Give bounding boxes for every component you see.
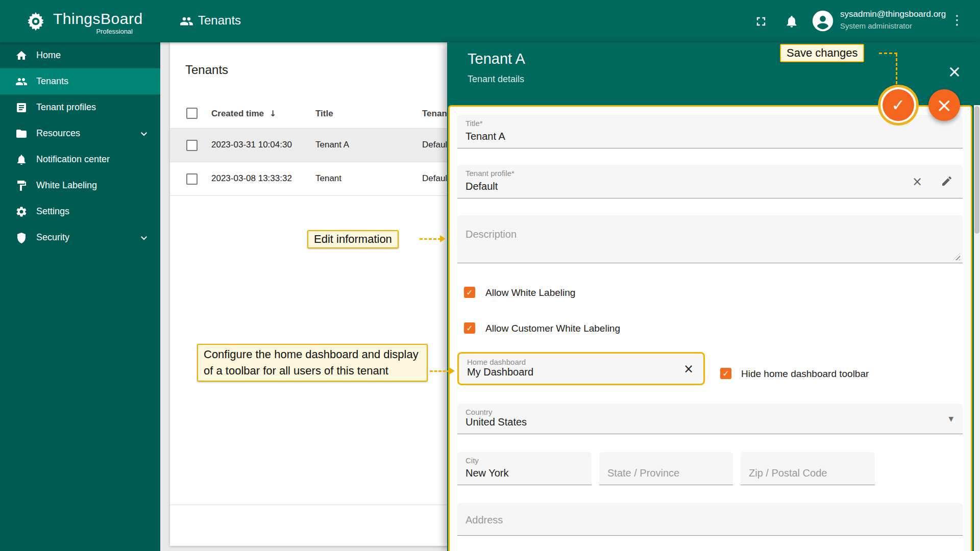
notifications-bell-icon[interactable] [785, 14, 799, 29]
city-field-label: City [465, 456, 479, 465]
brand-name: ThingsBoard [53, 10, 143, 28]
configure-connector [430, 370, 450, 372]
sidebar-item-tenants[interactable]: Tenants [0, 68, 160, 94]
user-avatar[interactable] [812, 10, 834, 32]
city-field-value[interactable]: New York [465, 467, 509, 479]
drawer-subtitle: Tenant details [468, 74, 524, 85]
address-field-placeholder: Address [465, 514, 503, 526]
app-root: ThingsBoard Professional Tenants sysadmi… [0, 0, 980, 551]
save-changes-callout: Save changes [780, 44, 864, 62]
cell-tenant-profile: Default [422, 173, 450, 184]
sort-desc-icon[interactable]: ↓ [270, 109, 276, 118]
resize-handle[interactable] [953, 253, 960, 260]
title-field-value[interactable]: Tenant A [465, 131, 505, 142]
thingsboard-logo-icon [24, 10, 47, 33]
sidebar-item-settings[interactable]: Settings [0, 198, 160, 224]
allow-customer-white-labeling-label[interactable]: Allow Customer White Labeling [485, 323, 620, 334]
table-title: Tenants [185, 63, 228, 77]
hide-home-dashboard-toolbar-checkbox[interactable]: ✓ [720, 368, 731, 379]
state-field[interactable]: State / Province [599, 452, 733, 485]
top-bar: ThingsBoard Professional Tenants sysadmi… [0, 0, 980, 42]
row-checkbox[interactable] [186, 173, 198, 185]
sidebar-item-white-labeling[interactable]: White Labeling [0, 172, 160, 198]
bell-icon [15, 154, 28, 166]
brand-subtitle: Professional [76, 28, 133, 35]
tenant-profile-field-value[interactable]: Default [465, 181, 498, 192]
sidebar-item-home[interactable]: Home [0, 42, 160, 68]
close-icon[interactable]: × [945, 63, 964, 81]
chevron-down-icon [138, 128, 150, 140]
tenant-profile-field[interactable]: Tenant profile* Default × [457, 165, 963, 198]
city-field[interactable]: City New York [457, 452, 592, 485]
sidebar-item-label: Home [36, 50, 61, 61]
drawer-title: Tenant A [468, 51, 525, 67]
home-dashboard-field-label: Home dashboard [467, 358, 526, 366]
save-connector-horizontal [879, 53, 897, 54]
title-field-label: Title* [465, 119, 483, 128]
home-icon [15, 49, 28, 62]
edit-pencil-icon[interactable] [940, 175, 953, 188]
dropdown-caret-icon[interactable]: ▾ [948, 413, 953, 424]
cell-title: Tenant [315, 173, 341, 184]
sidebar-item-resources[interactable]: Resources [0, 120, 160, 146]
scrollbar-thumb[interactable] [974, 106, 979, 234]
save-connector-vertical [896, 54, 897, 84]
user-role: System administrator [840, 21, 912, 30]
cell-tenant-profile: Default [422, 140, 450, 150]
tenant-form-card: Title* Tenant A Tenant profile* Default … [448, 105, 972, 551]
folder-icon [15, 128, 28, 140]
row-checkbox[interactable] [186, 140, 198, 151]
edit-arrowhead [440, 235, 446, 242]
gear-icon [15, 206, 28, 218]
tenant-profiles-icon [15, 102, 28, 114]
sidebar-item-tenant-profiles[interactable]: Tenant profiles [0, 94, 160, 120]
sidebar-item-notification-center[interactable]: Notification center [0, 146, 160, 172]
address-field[interactable]: Address [457, 503, 963, 536]
chevron-down-icon [138, 232, 150, 244]
description-field[interactable]: Description [457, 215, 963, 263]
fullscreen-icon[interactable] [754, 14, 768, 29]
column-header-title[interactable]: Title [315, 109, 333, 119]
cell-created-time: 2023-03-08 13:33:32 [211, 173, 292, 184]
format-paint-icon [15, 180, 28, 192]
cell-created-time: 2023-03-31 10:04:30 [211, 140, 292, 150]
clear-icon[interactable]: × [682, 362, 695, 375]
sidebar-item-label: Notification center [36, 154, 110, 165]
state-field-placeholder: State / Province [607, 467, 679, 479]
people-icon [15, 76, 28, 88]
sidebar-item-label: Settings [36, 206, 69, 217]
configure-arrowhead [449, 367, 455, 374]
country-select[interactable]: Country United States ▾ [457, 404, 963, 434]
tenants-header-icon [180, 14, 193, 28]
zip-field-placeholder: Zip / Postal Code [749, 467, 827, 479]
sidebar-item-security[interactable]: Security [0, 224, 160, 251]
allow-white-labeling-checkbox[interactable]: ✓ [464, 287, 475, 298]
save-check-button[interactable]: ✓ [883, 89, 914, 121]
column-header-created-time[interactable]: Created time ↓ [211, 109, 276, 119]
country-select-label: Country [465, 408, 493, 416]
title-field[interactable]: Title* Tenant A [457, 115, 963, 148]
zip-field[interactable]: Zip / Postal Code [741, 452, 875, 485]
sidebar-item-label: Tenant profiles [36, 102, 96, 113]
cancel-x-button[interactable]: × [928, 89, 960, 121]
sidebar-item-label: Security [36, 232, 69, 243]
tenant-profile-field-label: Tenant profile* [465, 169, 514, 178]
sidebar-item-label: Tenants [36, 76, 68, 87]
allow-white-labeling-label[interactable]: Allow White Labeling [485, 287, 575, 298]
country-select-value[interactable]: United States [465, 416, 527, 428]
edit-information-callout: Edit information [307, 230, 399, 248]
allow-customer-white-labeling-checkbox[interactable]: ✓ [464, 322, 475, 334]
home-dashboard-field[interactable]: Home dashboard My Dashboard × [457, 352, 705, 385]
description-placeholder: Description [465, 229, 517, 240]
column-header-label: Created time [211, 109, 264, 118]
hide-home-dashboard-toolbar-label[interactable]: Hide home dashboard toolbar [741, 368, 869, 380]
drawer-scrollbar[interactable] [974, 105, 980, 551]
shield-icon [15, 232, 28, 244]
sidebar: Home Tenants Tenant profiles Resources [0, 42, 160, 551]
user-email: sysadmin@thingsboard.org [840, 9, 946, 19]
clear-icon[interactable]: × [911, 175, 924, 188]
home-dashboard-field-value[interactable]: My Dashboard [467, 366, 533, 378]
select-all-checkbox[interactable] [186, 108, 198, 119]
edit-connector [420, 238, 441, 240]
kebab-menu-icon[interactable]: ⋮ [950, 12, 964, 28]
